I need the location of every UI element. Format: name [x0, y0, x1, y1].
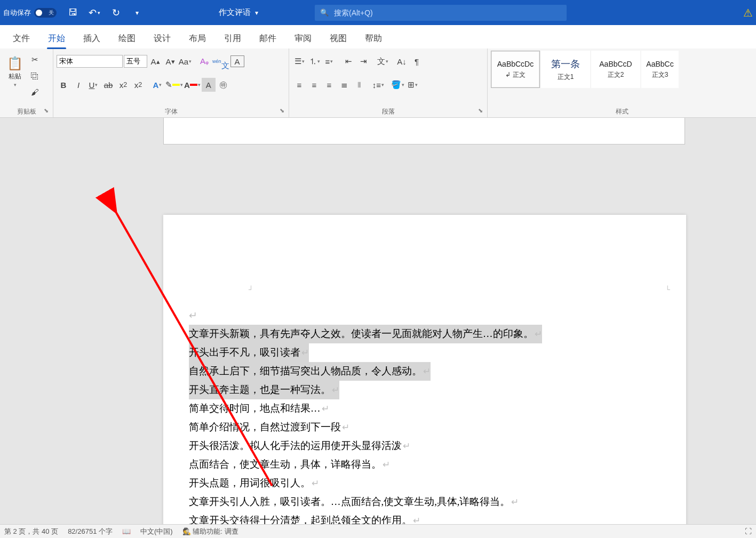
underline-icon[interactable]: U▾	[86, 78, 100, 92]
ribbon: 📋 粘贴 ▾ ✂ ⿻ 🖌 剪贴板 ⬊ A▴ A▾ Aa▾	[0, 49, 756, 118]
document-area[interactable]: ┘ └ ↵ 文章开头新颖，具有先声夺人之效。使读者一见面就能对人物产生…的印象。…	[0, 118, 756, 524]
search-icon: 🔍	[320, 9, 329, 17]
increase-indent-icon[interactable]: ⇥	[356, 54, 370, 68]
return-mark-icon: ↵	[535, 329, 542, 339]
text-line[interactable]: 开头直奔主题，也是一种写法。↵	[189, 381, 339, 399]
line-spacing-icon[interactable]: ↕≡▾	[371, 78, 385, 92]
text-line[interactable]: 自然承上启下，细节描写突出人物品质，令人感动。↵	[189, 362, 431, 381]
text-line[interactable]: 点面结合，使文章生动，具体，详略得当。↵	[189, 459, 390, 470]
return-mark-icon: ↵	[312, 478, 319, 488]
auto-save-toggle[interactable]: 关	[34, 8, 57, 18]
return-mark-icon: ↵	[383, 460, 390, 470]
style-item-text2[interactable]: AaBbCcD 正文2	[591, 51, 640, 88]
qat-customize-icon[interactable]: ▾	[128, 4, 146, 22]
return-mark-icon: ↵	[301, 348, 309, 358]
title-dropdown-icon[interactable]: ▾	[255, 9, 258, 17]
text-line[interactable]: 文章开头引人入胜，吸引读者。…点面结合,使文章生动,具体,详略得当。↵	[189, 496, 519, 507]
justify-icon[interactable]: ≣	[337, 78, 351, 92]
redo-icon[interactable]: ↻	[107, 4, 125, 22]
styles-gallery[interactable]: AaBbCcDc ↲ 正文 第一条 正文1 AaBbCcD 正文2 AaBbCc…	[491, 51, 679, 88]
borders-icon[interactable]: ⊞▾	[405, 78, 419, 92]
style-item-text1[interactable]: 第一条 正文1	[541, 51, 590, 88]
bold-icon[interactable]: B	[57, 78, 70, 92]
undo-icon[interactable]: ↶▾	[85, 4, 104, 22]
ribbon-tabs: 文件 开始 插入 绘图 设计 布局 引用 邮件 审阅 视图 帮助	[0, 25, 756, 49]
paragraph-mark: ↵	[189, 307, 660, 325]
superscript-icon[interactable]: x2	[131, 78, 145, 92]
tab-view[interactable]: 视图	[322, 29, 354, 49]
clipboard-icon: 📋	[7, 56, 23, 71]
text-line[interactable]: 开头点题，用词很吸引人。↵	[189, 478, 319, 488]
document-body[interactable]: 文章开头新颖，具有先声夺人之效。使读者一见面就能对人物产生…的印象。↵开头出手不…	[189, 325, 660, 524]
font-name-input[interactable]	[57, 55, 123, 68]
font-color-icon[interactable]: A▾	[184, 78, 201, 92]
clipboard-launcher-icon[interactable]: ⬊	[44, 107, 49, 114]
decrease-indent-icon[interactable]: ⇤	[341, 54, 355, 68]
align-right-icon[interactable]: ≡	[322, 78, 336, 92]
style-item-text3[interactable]: AaBbCc 正文3	[641, 51, 679, 88]
return-mark-icon: ↵	[332, 385, 339, 395]
tab-draw[interactable]: 绘图	[111, 29, 143, 49]
tab-insert[interactable]: 插入	[76, 29, 108, 49]
auto-save-label: 自动保存	[3, 8, 31, 18]
copy-icon[interactable]: ⿻	[28, 69, 42, 83]
bullets-icon[interactable]: ☰▾	[292, 54, 306, 68]
tab-mailings[interactable]: 邮件	[252, 29, 284, 49]
tab-home[interactable]: 开始	[41, 29, 73, 49]
page: ┘ └ ↵ 文章开头新颖，具有先声夺人之效。使读者一见面就能对人物产生…的印象。…	[163, 215, 686, 524]
clear-format-icon[interactable]: Aᵩ	[197, 54, 211, 68]
save-icon[interactable]: 🖫	[64, 4, 82, 22]
text-line[interactable]: 文章开头新颖，具有先声夺人之效。使读者一见面就能对人物产生…的印象。↵	[189, 325, 542, 343]
font-size-input[interactable]	[124, 55, 147, 68]
paste-button[interactable]: 📋 粘贴 ▾	[3, 51, 27, 92]
format-painter-icon[interactable]: 🖌	[28, 85, 42, 99]
return-mark-icon: ↵	[403, 441, 410, 451]
return-mark-icon: ↵	[511, 497, 519, 507]
tab-file[interactable]: 文件	[5, 29, 37, 49]
text-line[interactable]: 开头出手不凡，吸引读者↵	[189, 343, 309, 362]
change-case-icon[interactable]: Aa▾	[178, 54, 192, 68]
title-bar: 自动保存 关 🖫 ↶▾ ↻ ▾ 作文评语 ▾ 🔍 ⚠	[0, 0, 756, 25]
highlight-icon[interactable]: ✎▾	[165, 78, 183, 92]
search-box[interactable]: 🔍	[315, 5, 567, 21]
auto-save-group: 自动保存 关	[3, 8, 57, 18]
phonetic-guide-icon[interactable]: wén文	[212, 54, 229, 68]
tab-review[interactable]: 审阅	[287, 29, 319, 49]
search-input[interactable]	[334, 9, 561, 17]
font-launcher-icon[interactable]: ⬊	[280, 107, 284, 114]
multilevel-list-icon[interactable]: ≡▾	[322, 54, 336, 68]
subscript-icon[interactable]: x2	[116, 78, 130, 92]
char-shading-icon[interactable]: A	[202, 78, 216, 92]
text-line[interactable]: 简单交待时间，地点和结果…↵	[189, 403, 329, 414]
numbering-icon[interactable]: ⒈▾	[307, 54, 321, 68]
style-item-normal[interactable]: AaBbCcDc ↲ 正文	[491, 51, 540, 88]
tab-help[interactable]: 帮助	[357, 29, 389, 49]
align-center-icon[interactable]: ≡	[307, 78, 321, 92]
increase-font-icon[interactable]: A▴	[148, 54, 162, 68]
tab-design[interactable]: 设计	[146, 29, 178, 49]
paragraph-launcher-icon[interactable]: ⬊	[478, 107, 483, 114]
sort-icon[interactable]: A↓	[395, 54, 409, 68]
distribute-icon[interactable]: ⫴	[352, 78, 366, 92]
decrease-font-icon[interactable]: A▾	[163, 54, 177, 68]
char-border-icon[interactable]: A	[230, 55, 244, 67]
text-line[interactable]: 简单介绍情况，自然过渡到下一段↵	[189, 422, 349, 432]
return-mark-icon: ↵	[342, 422, 349, 432]
group-font: A▴ A▾ Aa▾ Aᵩ wén文 A B I U▾ ab x2 x2 A▾ ✎…	[53, 49, 289, 117]
strikethrough-icon[interactable]: ab	[101, 78, 115, 92]
tab-references[interactable]: 引用	[217, 29, 249, 49]
asian-layout-icon[interactable]: 文▾	[376, 54, 389, 68]
enclose-char-icon[interactable]: ㊕	[217, 78, 230, 92]
align-left-icon[interactable]: ≡	[292, 78, 306, 92]
warning-icon[interactable]: ⚠	[743, 6, 753, 19]
text-line[interactable]: 文章开头交待得十分清楚，起到总领全文的作用。↵	[189, 515, 420, 524]
text-effects-icon[interactable]: A▾	[150, 78, 164, 92]
shading-icon[interactable]: 🪣▾	[391, 78, 404, 92]
italic-icon[interactable]: I	[71, 78, 85, 92]
return-mark-icon: ↵	[413, 516, 420, 524]
text-line[interactable]: 开头很活泼。拟人化手法的运用使开头显得活泼↵	[189, 440, 410, 451]
cut-icon[interactable]: ✂	[28, 53, 42, 67]
show-marks-icon[interactable]: ¶	[410, 54, 424, 68]
group-font-label: 字体 ⬊	[57, 106, 285, 116]
tab-layout[interactable]: 布局	[181, 29, 213, 49]
